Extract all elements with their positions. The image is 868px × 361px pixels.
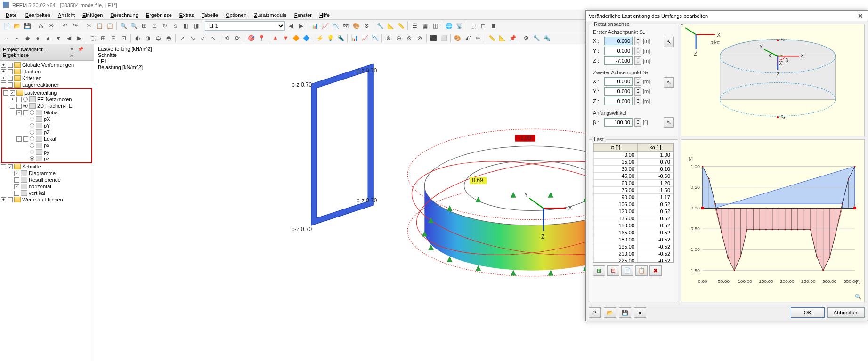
pick-s2-button[interactable]: ↖	[664, 77, 674, 88]
toolbar-button-tbr1b-10[interactable]: 🔧	[375, 21, 385, 31]
tree-item-lastverteilung[interactable]: -✓Lastverteilung	[3, 89, 90, 96]
table-clear-button[interactable]: ✖	[649, 265, 662, 276]
chart-zoom-button[interactable]: 🔍	[855, 294, 861, 300]
checkbox-icon[interactable]	[23, 110, 28, 115]
menu-extras[interactable]: Extras	[176, 11, 198, 19]
checkbox-icon[interactable]	[14, 191, 19, 196]
spinner-s2-x[interactable]: ▴▾	[634, 77, 641, 86]
toolbar-button-tbr2-59[interactable]: ⚙	[521, 33, 531, 43]
expand-icon[interactable]: -	[16, 110, 22, 115]
toolbar-button-tbr1b-6[interactable]: 🗺	[341, 21, 350, 31]
tree-item-global[interactable]: -Global	[16, 109, 90, 116]
table-row[interactable]: 210.00-0.52	[594, 250, 673, 257]
table-row[interactable]: 105.00-0.52	[594, 201, 673, 208]
table-row[interactable]: 75.00-1.50	[594, 186, 673, 193]
cancel-button[interactable]: Abbrechen	[827, 307, 865, 318]
toolbar-button-tbr1b-3[interactable]: 📊	[310, 21, 319, 31]
toolbar-button-tbr1-4[interactable]: 🖨	[36, 21, 46, 31]
toolbar-button-tbr1-21[interactable]: ◨	[191, 21, 201, 31]
toolbar-button-tbr2-0[interactable]: ▫	[2, 33, 11, 43]
toolbar-button-tbr2-10[interactable]: ⊞	[98, 33, 108, 43]
tree-item-pz[interactable]: pZ	[23, 129, 90, 136]
toolbar-button-tbr2-6[interactable]: ◀	[64, 33, 73, 43]
table-row[interactable]: 180.00-0.52	[594, 236, 673, 243]
toolbar-button-tbr2-60[interactable]: 🔧	[532, 33, 541, 43]
toolbar-button-tbr2-46[interactable]: ⊘	[415, 33, 424, 43]
toolbar-button-tbr2-51[interactable]: 🎨	[453, 33, 462, 43]
help-button[interactable]: ?	[589, 307, 601, 318]
spinner-s1-x[interactable]: ▴▾	[634, 37, 641, 45]
toolbar-button-tbr2-16[interactable]: ◒	[154, 33, 163, 43]
toolbar-button-tbr1-5[interactable]: 👁	[47, 21, 56, 31]
table-row[interactable]: 135.00-0.52	[594, 215, 673, 222]
table-add-row-button[interactable]: ⊞	[593, 265, 605, 276]
radio-icon[interactable]	[30, 110, 34, 115]
spinner-s1-y[interactable]: ▴▾	[634, 47, 641, 55]
toolbar-button-tbr1b-15[interactable]: ▦	[420, 21, 430, 31]
menu-tabelle[interactable]: Tabelle	[198, 11, 222, 19]
toolbar-button-tbr1b-4[interactable]: 📈	[320, 21, 330, 31]
toolbar-button-tbr2-17[interactable]: ◓	[164, 33, 173, 43]
toolbar-button-tbr2-44[interactable]: ⊖	[394, 33, 404, 43]
dialog-titlebar[interactable]: Veränderliche Last entlang des Umfangs b…	[586, 11, 868, 21]
toolbar-button-tbr1-0[interactable]: 📄	[2, 21, 11, 31]
toolbar-button-tbr1b-0[interactable]: ◀	[286, 21, 295, 31]
toolbar-button-tbr2-45[interactable]: ⊗	[405, 33, 414, 43]
table-delete-row-button[interactable]: ⊟	[607, 265, 619, 276]
toolbar-button-tbr2-31[interactable]: 🔻	[281, 33, 290, 43]
radio-icon[interactable]	[30, 117, 34, 121]
expand-icon[interactable]: +	[1, 69, 6, 74]
toolbar-button-tbr2-36[interactable]: 💡	[325, 33, 335, 43]
toolbar-button-tbr1b-16[interactable]: ◫	[430, 21, 440, 31]
table-row[interactable]: 120.00-0.52	[594, 208, 673, 215]
tree-item-lokal[interactable]: -Lokal	[16, 136, 90, 142]
radio-icon[interactable]	[30, 136, 34, 141]
expand-icon[interactable]: -	[1, 164, 6, 169]
toolbar-button-tbr1b-21[interactable]: ⬚	[468, 21, 478, 31]
toolbar-button-tbr1-19[interactable]: ⌂	[170, 21, 180, 31]
tree-item-horizontal[interactable]: ✓horizontal	[8, 183, 93, 190]
toolbar-button-tbr2-25[interactable]: ⟳	[233, 33, 242, 43]
tree-item-resultierende[interactable]: Resultierende	[8, 176, 93, 183]
toolbar-button-tbr2-9[interactable]: ⬚	[88, 33, 97, 43]
expand-icon[interactable]: +	[1, 197, 6, 202]
table-header[interactable]: kα [-]	[638, 143, 673, 151]
calc-button[interactable]: 🖩	[634, 307, 646, 318]
checkbox-icon[interactable]	[8, 82, 13, 88]
toolbar-button-tbr2-2[interactable]: ◆	[23, 33, 32, 43]
toolbar-button-tbr2-32[interactable]: 🔶	[291, 33, 300, 43]
toolbar-button-tbr1b-22[interactable]: ◻	[479, 21, 488, 31]
input-s2-z[interactable]	[604, 97, 633, 105]
checkbox-icon[interactable]: ✓	[14, 171, 19, 176]
spinner-s1-z[interactable]: ▴▾	[634, 56, 641, 65]
toolbar-button-tbr2-1[interactable]: ▪	[12, 33, 22, 43]
spinner-s2-y[interactable]: ▴▾	[634, 87, 641, 96]
table-row[interactable]: 195.00-0.52	[594, 243, 673, 250]
radio-icon[interactable]	[30, 130, 34, 135]
expand-icon[interactable]: -	[1, 82, 6, 88]
expand-icon[interactable]: -	[16, 136, 22, 142]
toolbar-button-tbr2-48[interactable]: ⬛	[429, 33, 438, 43]
toolbar-button-tbr1-18[interactable]: ↻	[160, 21, 170, 31]
toolbar-button-tbr1-7[interactable]: ↶	[60, 21, 70, 31]
checkbox-icon[interactable]	[8, 63, 13, 68]
menu-hilfe[interactable]: Hilfe	[316, 11, 333, 19]
toolbar-button-tbr1-17[interactable]: ⊡	[150, 21, 159, 31]
menu-bearbeiten[interactable]: Bearbeiten	[22, 11, 54, 19]
menu-berechnung[interactable]: Berechnung	[106, 11, 142, 19]
toolbar-button-tbr2-24[interactable]: ⟲	[222, 33, 232, 43]
navigator-tree[interactable]: +Globale Verformungen+Flächen+Kriterien-…	[0, 61, 94, 361]
checkbox-icon[interactable]	[23, 136, 28, 142]
toolbar-button-tbr1-15[interactable]: 🔍	[129, 21, 138, 31]
toolbar-button-tbr2-57[interactable]: 📌	[508, 33, 517, 43]
toolbar-button-tbr1-8[interactable]: ↷	[71, 21, 80, 31]
radio-icon[interactable]	[23, 97, 28, 102]
tree-item-diagramme[interactable]: ✓Diagramme	[8, 170, 93, 176]
table-row[interactable]: 0.001.00	[594, 151, 673, 158]
toolbar-button-tbr1-14[interactable]: 🔍	[119, 21, 128, 31]
tree-item-pz[interactable]: pz	[23, 155, 90, 162]
table-header[interactable]: α [°]	[594, 143, 638, 151]
input-s2-y[interactable]	[604, 87, 633, 96]
input-s2-x[interactable]	[604, 77, 633, 86]
toolbar-button-tbr2-56[interactable]: 📐	[497, 33, 507, 43]
